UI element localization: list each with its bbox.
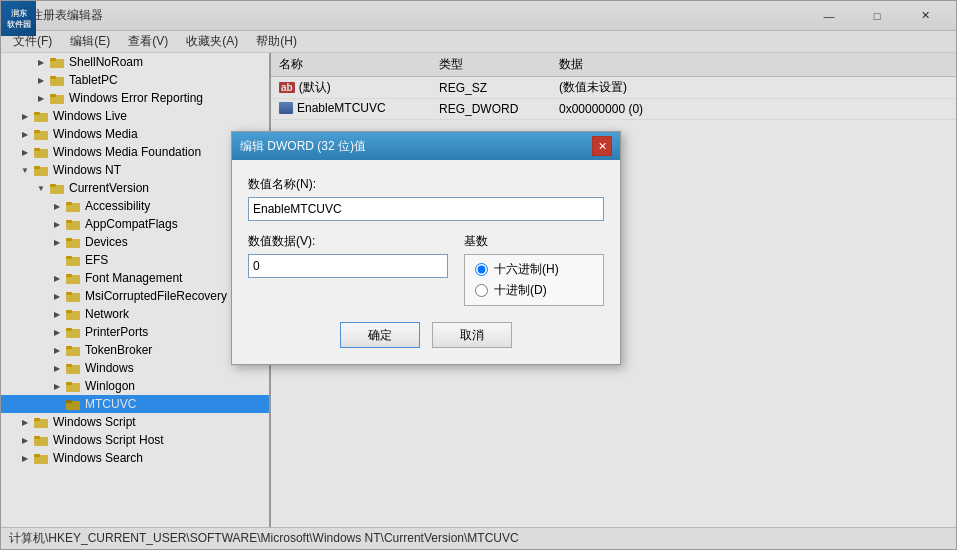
radio-hex-label: 十六进制(H) [494, 261, 559, 278]
base-label: 基数 [464, 233, 604, 250]
base-section: 基数 十六进制(H) 十进制(D) [464, 233, 604, 306]
radio-dec[interactable] [475, 284, 488, 297]
data-input[interactable] [248, 254, 448, 278]
dialog-buttons: 确定 取消 [248, 322, 604, 348]
name-input[interactable] [248, 197, 604, 221]
edit-dword-dialog: 编辑 DWORD (32 位)值 ✕ 数值名称(N): 数值数据(V): 基数 [231, 131, 621, 365]
base-radio-group: 十六进制(H) 十进制(D) [464, 254, 604, 306]
ok-button[interactable]: 确定 [340, 322, 420, 348]
dialog-body: 数值名称(N): 数值数据(V): 基数 十六进制(H) [232, 160, 620, 364]
radio-dec-item[interactable]: 十进制(D) [475, 282, 593, 299]
radio-dec-label: 十进制(D) [494, 282, 547, 299]
dialog-close-button[interactable]: ✕ [592, 136, 612, 156]
dialog-title: 编辑 DWORD (32 位)值 [240, 138, 366, 155]
radio-hex[interactable] [475, 263, 488, 276]
radio-hex-item[interactable]: 十六进制(H) [475, 261, 593, 278]
dialog-overlay: 编辑 DWORD (32 位)值 ✕ 数值名称(N): 数值数据(V): 基数 [1, 1, 956, 549]
data-label: 数值数据(V): [248, 233, 448, 250]
data-row: 数值数据(V): 基数 十六进制(H) 十进制(D) [248, 233, 604, 306]
dialog-title-bar: 编辑 DWORD (32 位)值 ✕ [232, 132, 620, 160]
main-window: 润东软件园 ⚙ 注册表编辑器 — □ ✕ 文件(F) 编辑(E) 查看(V) 收… [0, 0, 957, 550]
value-section: 数值数据(V): [248, 233, 448, 306]
cancel-button[interactable]: 取消 [432, 322, 512, 348]
name-label: 数值名称(N): [248, 176, 604, 193]
